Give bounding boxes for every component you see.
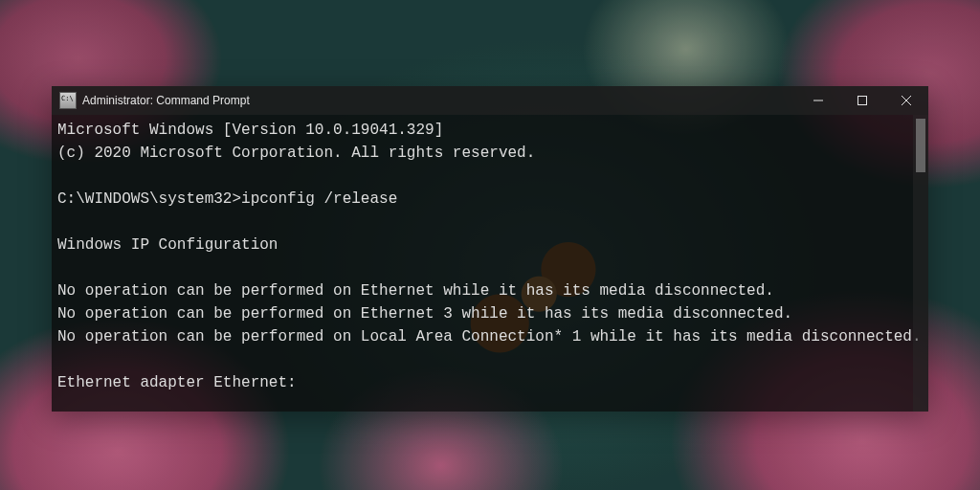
terminal-line: No operation can be performed on Etherne… <box>57 305 792 323</box>
terminal-line: Microsoft Windows [Version 10.0.19041.32… <box>57 122 443 139</box>
minimize-button[interactable] <box>796 86 840 115</box>
terminal-line: Ethernet adapter Ethernet: <box>57 374 297 391</box>
vertical-scrollbar[interactable] <box>913 115 928 412</box>
terminal-line: C:\WINDOWS\system32>ipconfig /release <box>57 190 397 208</box>
command-prompt-window: Administrator: Command Prompt Microsoft … <box>52 86 928 412</box>
close-icon <box>902 96 911 105</box>
terminal-body[interactable]: Microsoft Windows [Version 10.0.19041.32… <box>52 115 928 412</box>
svg-rect-1 <box>858 97 867 105</box>
terminal-line: Windows IP Configuration <box>57 236 278 254</box>
minimize-icon <box>813 96 823 105</box>
window-titlebar[interactable]: Administrator: Command Prompt <box>52 86 928 115</box>
window-title: Administrator: Command Prompt <box>82 94 250 107</box>
terminal-output: Microsoft Windows [Version 10.0.19041.32… <box>52 115 928 398</box>
command-prompt-icon <box>59 92 77 109</box>
maximize-icon <box>858 96 867 105</box>
terminal-line: (c) 2020 Microsoft Corporation. All righ… <box>57 145 535 162</box>
scrollbar-thumb[interactable] <box>916 119 925 172</box>
close-button[interactable] <box>884 86 928 115</box>
terminal-line: No operation can be performed on Etherne… <box>57 282 774 300</box>
maximize-button[interactable] <box>840 86 884 115</box>
terminal-line: No operation can be performed on Local A… <box>57 328 922 345</box>
